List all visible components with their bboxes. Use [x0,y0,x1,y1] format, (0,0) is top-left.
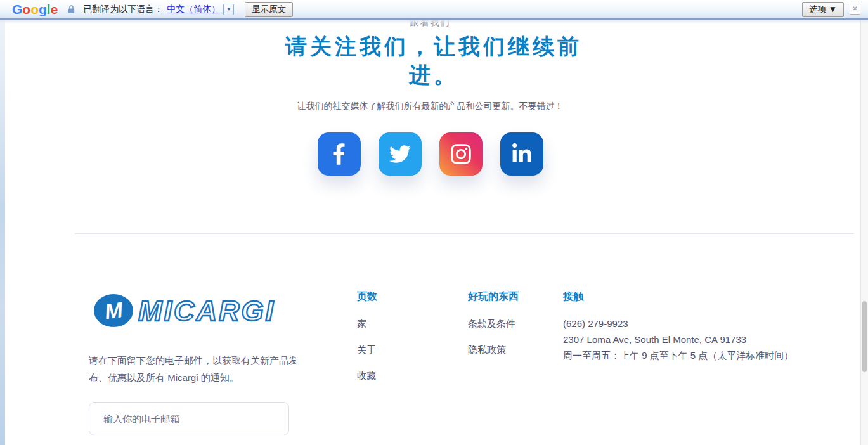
page-background-strip [0,20,5,445]
facebook-icon [332,143,346,165]
scrollbar-thumb[interactable] [862,301,867,372]
follow-heading: 请关注我们，让我们继续前进。 [282,32,586,89]
footer-link-privacy[interactable]: 隐私政策 [468,344,519,356]
close-translate-bar-button[interactable]: ✕ [850,4,860,15]
instagram-button[interactable] [439,132,483,176]
footer-column-contact-title: 接触 [563,290,793,304]
footer-link-terms[interactable]: 条款及条件 [468,318,519,330]
close-icon: ✕ [852,5,857,12]
newsletter-text: 请在下面留下您的电子邮件，以获取有关新产品发布、优惠以及所有 Micargi 的… [89,352,298,386]
options-button[interactable]: 选项 ▼ [802,2,844,17]
footer-column-pages-title: 页数 [357,290,377,304]
footer-column-pages: 页数 家 关于 收藏 [357,290,377,396]
linkedin-button[interactable] [500,132,543,176]
micargi-logo[interactable]: M MICARGI [93,292,290,332]
show-original-button[interactable]: 显示原文 [245,2,293,17]
scrollbar[interactable] [860,20,868,445]
footer-divider [75,233,854,234]
language-link[interactable]: 中文（简体） [167,4,220,15]
contact-phone: (626) 279-9923 [563,316,793,332]
google-logo: Google [12,3,58,16]
contact-hours: 周一至周五：上午 9 点至下午 5 点（太平洋标准时间） [563,347,793,363]
social-icons-row [0,132,860,176]
footer-column-contact: 接触 (626) 279-9923 2307 Loma Ave, South E… [563,290,793,363]
footer-link-home[interactable]: 家 [357,318,377,330]
twitter-icon [389,143,411,165]
page: Google 已翻译为以下语言： 中文（简体） ▼ 显示原文 选项 ▼ ✕ 跟着… [0,0,868,445]
follow-subtitle: 让我们的社交媒体了解我们所有最新的产品和公司更新。不要错过！ [0,101,860,112]
footer-column-fun-stuff: 好玩的东西 条款及条件 隐私政策 [468,290,519,370]
email-input[interactable] [89,402,289,435]
google-translate-bar: Google 已翻译为以下语言： 中文（简体） ▼ 显示原文 选项 ▼ ✕ [0,0,868,20]
chevron-down-icon: ▼ [226,6,231,12]
language-dropdown-button[interactable]: ▼ [223,4,234,15]
translate-bar-shadow [0,20,868,24]
micargi-emblem-letter: M [103,297,124,324]
instagram-icon [451,143,471,165]
footer-link-collection[interactable]: 收藏 [357,370,377,382]
footer-link-about[interactable]: 关于 [357,344,377,356]
linkedin-icon [512,143,531,165]
facebook-button[interactable] [318,132,361,176]
lock-icon [68,4,75,14]
micargi-wordmark: MICARGI [138,295,275,327]
twitter-button[interactable] [379,132,422,176]
contact-address: 2307 Loma Ave, South El Monte, CA 91733 [563,332,793,347]
footer-column-fun-title: 好玩的东西 [468,290,519,304]
translate-status-text: 已翻译为以下语言： [83,4,163,15]
